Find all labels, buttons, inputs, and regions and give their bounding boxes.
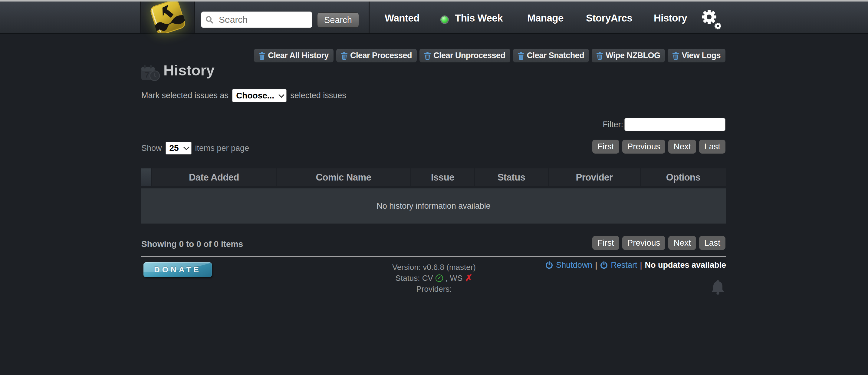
- filter-row: Filter:: [603, 118, 726, 131]
- settings-gears-icon[interactable]: [701, 9, 722, 29]
- check-circle-icon: ✓: [435, 275, 443, 282]
- view-logs-label: View Logs: [682, 51, 721, 60]
- select-all-column-header[interactable]: [141, 168, 151, 186]
- clear-unprocessed-label: Clear Unprocessed: [433, 51, 505, 60]
- trash-icon: [596, 52, 603, 60]
- chevron-down-icon: [278, 92, 284, 98]
- items-per-page-label: items per page: [195, 144, 249, 153]
- trash-icon: [673, 52, 679, 60]
- restart-link[interactable]: Restart: [611, 260, 637, 270]
- show-label: Show: [141, 144, 162, 153]
- red-x-icon: ✗: [465, 274, 472, 282]
- filter-label: Filter:: [603, 120, 623, 129]
- search-icon: [205, 16, 214, 24]
- footer-status-block: Version: v0.6.8 (master) Status: CV ✓ , …: [328, 262, 540, 294]
- version-text: Version: v0.6.8 (master): [328, 262, 540, 272]
- previous-page-button[interactable]: Previous: [622, 140, 665, 153]
- first-page-button[interactable]: First: [592, 236, 619, 250]
- status-separator: , WS: [445, 272, 462, 284]
- pagination-bottom: First Previous Next Last: [592, 236, 725, 250]
- wipe-nzblog-label: Wipe NZBLOG: [606, 51, 660, 60]
- chevron-down-icon: [183, 144, 189, 150]
- column-header-status[interactable]: Status: [475, 168, 548, 186]
- separator: |: [595, 260, 597, 270]
- column-header-options[interactable]: Options: [641, 168, 726, 186]
- footer-actions: Shutdown | Restart | No updates availabl…: [545, 260, 726, 270]
- no-updates-text: No updates available: [645, 260, 726, 270]
- column-header-provider[interactable]: Provider: [549, 168, 640, 186]
- mark-suffix-label: selected issues: [290, 91, 346, 100]
- nav-item-wanted[interactable]: Wanted: [385, 12, 420, 24]
- search-input[interactable]: [201, 11, 312, 28]
- trash-icon: [518, 52, 524, 60]
- app-logo[interactable]: [140, 1, 195, 33]
- history-calendar-icon: 7: [141, 64, 161, 82]
- per-page-select[interactable]: 25: [165, 142, 192, 154]
- empty-table-row: No history information available: [141, 189, 726, 224]
- clear-snatched-label: Clear Snatched: [527, 51, 584, 60]
- clear-processed-button[interactable]: Clear Processed: [336, 49, 417, 62]
- separator: |: [640, 260, 642, 270]
- trash-icon: [259, 52, 265, 60]
- mylar-logo-icon: [144, 1, 192, 33]
- empty-message: No history information available: [376, 201, 491, 211]
- mark-select-value: Choose...: [236, 91, 274, 100]
- power-icon: [600, 261, 608, 269]
- navbar-divider: [369, 1, 370, 33]
- next-page-button[interactable]: Next: [668, 236, 696, 250]
- donate-button[interactable]: DONATE: [144, 262, 212, 277]
- nav-item-storyarcs[interactable]: StoryArcs: [586, 12, 632, 24]
- view-logs-button[interactable]: View Logs: [668, 49, 725, 62]
- column-header-comic-name[interactable]: Comic Name: [277, 168, 410, 186]
- mylar-history-page: Search Wanted This Week Manage StoryArcs…: [0, 0, 868, 375]
- wipe-nzblog-button[interactable]: Wipe NZBLOG: [592, 49, 665, 62]
- status-prefix: Status: CV: [396, 272, 433, 284]
- items-per-page-row: Show 25 items per page: [141, 142, 249, 154]
- clear-unprocessed-button[interactable]: Clear Unprocessed: [420, 49, 510, 62]
- this-week-status-dot-icon: [441, 17, 448, 23]
- search-box: [201, 11, 312, 28]
- navbar: Search Wanted This Week Manage StoryArcs…: [0, 1, 868, 34]
- pagination-top: First Previous Next Last: [592, 140, 725, 153]
- table-header-row: Date Added Comic Name Issue Status Provi…: [141, 168, 726, 186]
- search-button[interactable]: Search: [317, 12, 359, 28]
- history-toolbar: Clear All History Clear Processed Clear …: [254, 49, 725, 62]
- status-line: Status: CV ✓ , WS ✗: [328, 272, 540, 284]
- notification-bell-icon[interactable]: [711, 279, 725, 297]
- clear-snatched-button[interactable]: Clear Snatched: [513, 49, 589, 62]
- mark-action-select[interactable]: Choose...: [232, 89, 287, 102]
- history-table: Date Added Comic Name Issue Status Provi…: [141, 168, 726, 224]
- svg-text:7: 7: [145, 71, 149, 79]
- nav-item-this-week[interactable]: This Week: [455, 12, 503, 24]
- previous-page-button[interactable]: Previous: [622, 236, 665, 250]
- nav-item-history[interactable]: History: [654, 12, 687, 24]
- results-summary: Showing 0 to 0 of 0 items: [141, 239, 243, 249]
- page-title: History: [163, 62, 215, 79]
- next-page-button[interactable]: Next: [668, 140, 696, 153]
- mark-issues-row: Mark selected issues as Choose... select…: [141, 89, 346, 102]
- clear-all-history-button[interactable]: Clear All History: [254, 49, 334, 62]
- column-header-issue[interactable]: Issue: [411, 168, 474, 186]
- clear-processed-label: Clear Processed: [350, 51, 412, 60]
- power-icon: [545, 261, 553, 269]
- footer-divider: [141, 256, 726, 257]
- mark-prefix-label: Mark selected issues as: [141, 91, 228, 100]
- shutdown-link[interactable]: Shutdown: [556, 260, 592, 270]
- nav-item-manage[interactable]: Manage: [527, 12, 563, 24]
- last-page-button[interactable]: Last: [699, 140, 725, 153]
- last-page-button[interactable]: Last: [699, 236, 725, 250]
- providers-label: Providers:: [328, 284, 540, 294]
- trash-icon: [341, 52, 347, 60]
- filter-input[interactable]: [624, 118, 725, 131]
- per-page-value: 25: [169, 143, 179, 153]
- trash-icon: [424, 52, 431, 60]
- clear-all-history-label: Clear All History: [268, 51, 329, 60]
- column-header-date-added[interactable]: Date Added: [152, 168, 276, 186]
- first-page-button[interactable]: First: [592, 140, 619, 153]
